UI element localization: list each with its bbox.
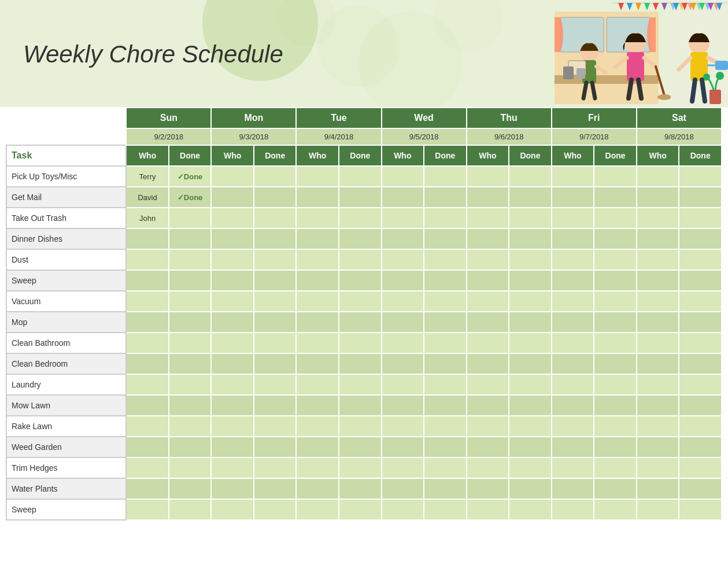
who-cell-tue[interactable]: [296, 478, 339, 499]
done-cell-sat[interactable]: [679, 374, 722, 395]
done-cell-sat[interactable]: [679, 353, 722, 374]
done-cell-sat[interactable]: [679, 291, 722, 312]
who-cell-sat[interactable]: [637, 249, 679, 270]
who-cell-tue[interactable]: [296, 499, 339, 520]
done-cell-sun[interactable]: [169, 416, 212, 437]
who-cell-thu[interactable]: [467, 333, 509, 353]
who-cell-tue[interactable]: [296, 270, 339, 291]
done-cell-mon[interactable]: [254, 312, 297, 333]
who-cell-sun[interactable]: [126, 249, 169, 270]
who-cell-thu[interactable]: [467, 478, 509, 499]
done-cell-tue[interactable]: [339, 353, 382, 374]
who-cell-sat[interactable]: [637, 166, 679, 187]
who-cell-fri[interactable]: [552, 374, 594, 395]
who-cell-sun[interactable]: [126, 291, 169, 312]
who-cell-tue[interactable]: [296, 437, 339, 457]
who-cell-sat[interactable]: [637, 187, 679, 208]
done-cell-sun[interactable]: [169, 353, 212, 374]
who-cell-sun[interactable]: [126, 395, 169, 416]
who-cell-sun[interactable]: David: [126, 187, 169, 208]
done-cell-wed[interactable]: [424, 291, 467, 312]
done-cell-sun[interactable]: [169, 228, 212, 249]
done-cell-sun[interactable]: [169, 291, 212, 312]
done-cell-fri[interactable]: [594, 457, 637, 478]
done-cell-sat[interactable]: [679, 395, 722, 416]
who-cell-wed[interactable]: [382, 166, 424, 187]
done-cell-thu[interactable]: [509, 249, 552, 270]
done-cell-thu[interactable]: [509, 312, 552, 333]
who-cell-tue[interactable]: [296, 457, 339, 478]
who-cell-sun[interactable]: [126, 312, 169, 333]
done-cell-fri[interactable]: [594, 208, 637, 228]
who-cell-sun[interactable]: Terry: [126, 166, 169, 187]
who-cell-mon[interactable]: [211, 374, 254, 395]
done-cell-mon[interactable]: [254, 416, 297, 437]
done-cell-wed[interactable]: [424, 312, 467, 333]
done-cell-tue[interactable]: [339, 312, 382, 333]
done-cell-thu[interactable]: [509, 395, 552, 416]
who-cell-sat[interactable]: [637, 395, 679, 416]
done-cell-thu[interactable]: [509, 291, 552, 312]
who-cell-fri[interactable]: [552, 249, 594, 270]
who-cell-wed[interactable]: [382, 333, 424, 353]
who-cell-thu[interactable]: [467, 353, 509, 374]
done-cell-thu[interactable]: [509, 457, 552, 478]
who-cell-wed[interactable]: [382, 499, 424, 520]
done-cell-fri[interactable]: [594, 416, 637, 437]
done-cell-tue[interactable]: [339, 228, 382, 249]
who-cell-thu[interactable]: [467, 228, 509, 249]
who-cell-mon[interactable]: [211, 166, 254, 187]
who-cell-mon[interactable]: [211, 416, 254, 437]
who-cell-mon[interactable]: [211, 249, 254, 270]
done-cell-mon[interactable]: [254, 333, 297, 353]
done-cell-sun[interactable]: [169, 270, 212, 291]
who-cell-mon[interactable]: [211, 457, 254, 478]
done-cell-sun[interactable]: [169, 478, 212, 499]
who-cell-wed[interactable]: [382, 478, 424, 499]
who-cell-tue[interactable]: [296, 187, 339, 208]
done-cell-mon[interactable]: [254, 353, 297, 374]
done-cell-sun[interactable]: [169, 437, 212, 457]
done-cell-wed[interactable]: [424, 228, 467, 249]
done-cell-sun[interactable]: [169, 374, 212, 395]
who-cell-thu[interactable]: [467, 166, 509, 187]
done-cell-thu[interactable]: [509, 499, 552, 520]
done-cell-sun[interactable]: [169, 499, 212, 520]
who-cell-wed[interactable]: [382, 416, 424, 437]
who-cell-sat[interactable]: [637, 270, 679, 291]
done-cell-mon[interactable]: [254, 457, 297, 478]
done-cell-tue[interactable]: [339, 499, 382, 520]
who-cell-sat[interactable]: [637, 333, 679, 353]
done-cell-tue[interactable]: [339, 187, 382, 208]
done-cell-mon[interactable]: [254, 291, 297, 312]
done-cell-sun[interactable]: ✓Done: [169, 166, 212, 187]
who-cell-mon[interactable]: [211, 270, 254, 291]
who-cell-fri[interactable]: [552, 457, 594, 478]
done-cell-tue[interactable]: [339, 270, 382, 291]
done-cell-thu[interactable]: [509, 228, 552, 249]
done-cell-sun[interactable]: ✓Done: [169, 187, 212, 208]
done-cell-fri[interactable]: [594, 353, 637, 374]
who-cell-sun[interactable]: [126, 333, 169, 353]
done-cell-mon[interactable]: [254, 249, 297, 270]
done-cell-thu[interactable]: [509, 353, 552, 374]
done-cell-sat[interactable]: [679, 333, 722, 353]
who-cell-mon[interactable]: [211, 478, 254, 499]
done-cell-sun[interactable]: [169, 208, 212, 228]
done-cell-wed[interactable]: [424, 187, 467, 208]
who-cell-mon[interactable]: [211, 187, 254, 208]
who-cell-wed[interactable]: [382, 353, 424, 374]
done-cell-tue[interactable]: [339, 374, 382, 395]
done-cell-mon[interactable]: [254, 499, 297, 520]
done-cell-sun[interactable]: [169, 395, 212, 416]
done-cell-sat[interactable]: [679, 208, 722, 228]
done-cell-fri[interactable]: [594, 333, 637, 353]
done-cell-tue[interactable]: [339, 249, 382, 270]
done-cell-thu[interactable]: [509, 437, 552, 457]
done-cell-wed[interactable]: [424, 437, 467, 457]
done-cell-sun[interactable]: [169, 249, 212, 270]
who-cell-tue[interactable]: [296, 395, 339, 416]
done-cell-fri[interactable]: [594, 228, 637, 249]
who-cell-sat[interactable]: [637, 312, 679, 333]
done-cell-sat[interactable]: [679, 166, 722, 187]
